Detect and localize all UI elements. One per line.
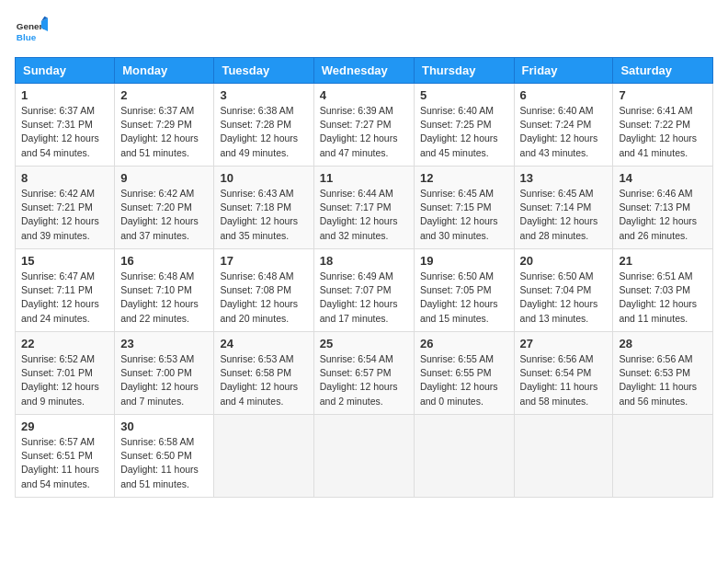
day-info: Sunrise: 6:54 AM Sunset: 6:57 PM Dayligh… bbox=[320, 352, 408, 408]
day-info: Sunrise: 6:42 AM Sunset: 7:21 PM Dayligh… bbox=[21, 187, 108, 243]
day-info: Sunrise: 6:53 AM Sunset: 7:00 PM Dayligh… bbox=[120, 352, 208, 408]
day-info: Sunrise: 6:37 AM Sunset: 7:31 PM Dayligh… bbox=[21, 104, 108, 160]
day-info: Sunrise: 6:40 AM Sunset: 7:24 PM Dayligh… bbox=[520, 104, 608, 160]
week-row: 22Sunrise: 6:52 AM Sunset: 7:01 PM Dayli… bbox=[16, 332, 713, 415]
day-number: 26 bbox=[420, 337, 508, 350]
day-number: 5 bbox=[420, 88, 508, 102]
day-info: Sunrise: 6:49 AM Sunset: 7:07 PM Dayligh… bbox=[320, 270, 408, 326]
calendar-cell: 15Sunrise: 6:47 AM Sunset: 7:11 PM Dayli… bbox=[16, 249, 115, 332]
day-number: 21 bbox=[619, 254, 707, 268]
week-row: 15Sunrise: 6:47 AM Sunset: 7:11 PM Dayli… bbox=[16, 249, 713, 332]
weekday-header: Sunday bbox=[16, 58, 115, 84]
day-number: 2 bbox=[120, 88, 208, 102]
logo: General Blue bbox=[15, 15, 48, 48]
calendar-cell: 25Sunrise: 6:54 AM Sunset: 6:57 PM Dayli… bbox=[313, 332, 414, 415]
calendar-cell bbox=[613, 415, 713, 498]
day-info: Sunrise: 6:52 AM Sunset: 7:01 PM Dayligh… bbox=[21, 352, 108, 408]
calendar-cell bbox=[214, 415, 313, 498]
day-info: Sunrise: 6:50 AM Sunset: 7:05 PM Dayligh… bbox=[420, 270, 508, 326]
weekday-header: Friday bbox=[514, 58, 613, 84]
day-info: Sunrise: 6:37 AM Sunset: 7:29 PM Dayligh… bbox=[120, 104, 208, 160]
calendar-cell: 9Sunrise: 6:42 AM Sunset: 7:20 PM Daylig… bbox=[115, 167, 214, 249]
weekday-header: Thursday bbox=[414, 58, 514, 84]
calendar-cell: 6Sunrise: 6:40 AM Sunset: 7:24 PM Daylig… bbox=[514, 84, 613, 167]
day-info: Sunrise: 6:51 AM Sunset: 7:03 PM Dayligh… bbox=[619, 270, 707, 326]
calendar-cell: 20Sunrise: 6:50 AM Sunset: 7:04 PM Dayli… bbox=[514, 249, 613, 332]
calendar-cell: 17Sunrise: 6:48 AM Sunset: 7:08 PM Dayli… bbox=[214, 249, 313, 332]
day-number: 15 bbox=[21, 254, 108, 268]
day-number: 25 bbox=[320, 337, 408, 350]
day-number: 17 bbox=[220, 254, 307, 268]
day-number: 16 bbox=[120, 254, 208, 268]
calendar-cell: 21Sunrise: 6:51 AM Sunset: 7:03 PM Dayli… bbox=[613, 249, 713, 332]
calendar-cell: 8Sunrise: 6:42 AM Sunset: 7:21 PM Daylig… bbox=[16, 167, 115, 249]
day-number: 14 bbox=[619, 171, 707, 185]
calendar-cell: 3Sunrise: 6:38 AM Sunset: 7:28 PM Daylig… bbox=[214, 84, 313, 167]
day-number: 4 bbox=[320, 88, 408, 102]
svg-text:Blue: Blue bbox=[17, 32, 37, 42]
weekday-header: Wednesday bbox=[313, 58, 414, 84]
calendar-cell: 2Sunrise: 6:37 AM Sunset: 7:29 PM Daylig… bbox=[115, 84, 214, 167]
weekday-header: Tuesday bbox=[214, 58, 313, 84]
day-info: Sunrise: 6:42 AM Sunset: 7:20 PM Dayligh… bbox=[120, 187, 208, 243]
calendar-cell: 4Sunrise: 6:39 AM Sunset: 7:27 PM Daylig… bbox=[313, 84, 414, 167]
day-info: Sunrise: 6:56 AM Sunset: 6:53 PM Dayligh… bbox=[619, 352, 707, 408]
calendar-cell bbox=[514, 415, 613, 498]
week-row: 1Sunrise: 6:37 AM Sunset: 7:31 PM Daylig… bbox=[16, 84, 713, 167]
day-number: 24 bbox=[220, 337, 307, 350]
day-info: Sunrise: 6:48 AM Sunset: 7:08 PM Dayligh… bbox=[220, 270, 307, 326]
calendar-cell bbox=[313, 415, 414, 498]
day-number: 3 bbox=[220, 88, 307, 102]
day-number: 6 bbox=[520, 88, 608, 102]
calendar-cell: 19Sunrise: 6:50 AM Sunset: 7:05 PM Dayli… bbox=[414, 249, 514, 332]
day-number: 13 bbox=[520, 171, 608, 185]
day-info: Sunrise: 6:57 AM Sunset: 6:51 PM Dayligh… bbox=[21, 435, 108, 491]
day-info: Sunrise: 6:58 AM Sunset: 6:50 PM Dayligh… bbox=[120, 435, 208, 491]
calendar-cell: 27Sunrise: 6:56 AM Sunset: 6:54 PM Dayli… bbox=[514, 332, 613, 415]
logo-icon: General Blue bbox=[15, 15, 48, 48]
calendar-cell: 18Sunrise: 6:49 AM Sunset: 7:07 PM Dayli… bbox=[313, 249, 414, 332]
day-number: 9 bbox=[120, 171, 208, 185]
calendar-cell: 23Sunrise: 6:53 AM Sunset: 7:00 PM Dayli… bbox=[115, 332, 214, 415]
day-info: Sunrise: 6:46 AM Sunset: 7:13 PM Dayligh… bbox=[619, 187, 707, 243]
week-row: 8Sunrise: 6:42 AM Sunset: 7:21 PM Daylig… bbox=[16, 167, 713, 249]
weekday-header-row: SundayMondayTuesdayWednesdayThursdayFrid… bbox=[16, 58, 713, 84]
day-number: 27 bbox=[520, 337, 608, 350]
calendar-cell: 7Sunrise: 6:41 AM Sunset: 7:22 PM Daylig… bbox=[613, 84, 713, 167]
day-info: Sunrise: 6:48 AM Sunset: 7:10 PM Dayligh… bbox=[120, 270, 208, 326]
calendar-cell: 5Sunrise: 6:40 AM Sunset: 7:25 PM Daylig… bbox=[414, 84, 514, 167]
day-number: 1 bbox=[21, 88, 108, 102]
calendar-cell: 16Sunrise: 6:48 AM Sunset: 7:10 PM Dayli… bbox=[115, 249, 214, 332]
day-number: 30 bbox=[120, 419, 208, 433]
day-info: Sunrise: 6:55 AM Sunset: 6:55 PM Dayligh… bbox=[420, 352, 508, 408]
day-number: 19 bbox=[420, 254, 508, 268]
calendar-cell: 13Sunrise: 6:45 AM Sunset: 7:14 PM Dayli… bbox=[514, 167, 613, 249]
day-info: Sunrise: 6:41 AM Sunset: 7:22 PM Dayligh… bbox=[619, 104, 707, 160]
calendar-cell: 1Sunrise: 6:37 AM Sunset: 7:31 PM Daylig… bbox=[16, 84, 115, 167]
calendar-cell: 24Sunrise: 6:53 AM Sunset: 6:58 PM Dayli… bbox=[214, 332, 313, 415]
day-number: 22 bbox=[21, 337, 108, 350]
day-number: 18 bbox=[320, 254, 408, 268]
calendar-cell: 10Sunrise: 6:43 AM Sunset: 7:18 PM Dayli… bbox=[214, 167, 313, 249]
calendar-cell bbox=[414, 415, 514, 498]
day-info: Sunrise: 6:45 AM Sunset: 7:15 PM Dayligh… bbox=[420, 187, 508, 243]
calendar-cell: 26Sunrise: 6:55 AM Sunset: 6:55 PM Dayli… bbox=[414, 332, 514, 415]
calendar-cell: 11Sunrise: 6:44 AM Sunset: 7:17 PM Dayli… bbox=[313, 167, 414, 249]
calendar-cell: 30Sunrise: 6:58 AM Sunset: 6:50 PM Dayli… bbox=[115, 415, 214, 498]
calendar-cell: 29Sunrise: 6:57 AM Sunset: 6:51 PM Dayli… bbox=[16, 415, 115, 498]
day-info: Sunrise: 6:38 AM Sunset: 7:28 PM Dayligh… bbox=[220, 104, 307, 160]
calendar-cell: 28Sunrise: 6:56 AM Sunset: 6:53 PM Dayli… bbox=[613, 332, 713, 415]
day-info: Sunrise: 6:40 AM Sunset: 7:25 PM Dayligh… bbox=[420, 104, 508, 160]
weekday-header: Saturday bbox=[613, 58, 713, 84]
week-row: 29Sunrise: 6:57 AM Sunset: 6:51 PM Dayli… bbox=[16, 415, 713, 498]
day-info: Sunrise: 6:45 AM Sunset: 7:14 PM Dayligh… bbox=[520, 187, 608, 243]
day-info: Sunrise: 6:44 AM Sunset: 7:17 PM Dayligh… bbox=[320, 187, 408, 243]
day-info: Sunrise: 6:50 AM Sunset: 7:04 PM Dayligh… bbox=[520, 270, 608, 326]
day-number: 11 bbox=[320, 171, 408, 185]
weekday-header: Monday bbox=[115, 58, 214, 84]
day-number: 8 bbox=[21, 171, 108, 185]
calendar-cell: 12Sunrise: 6:45 AM Sunset: 7:15 PM Dayli… bbox=[414, 167, 514, 249]
day-number: 7 bbox=[619, 88, 707, 102]
day-number: 10 bbox=[220, 171, 307, 185]
day-number: 28 bbox=[619, 337, 707, 350]
